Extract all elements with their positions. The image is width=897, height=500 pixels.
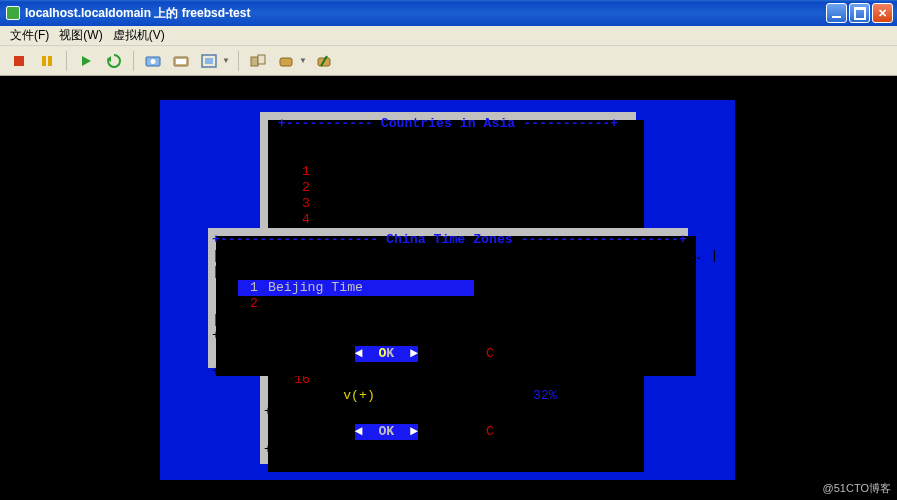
list-item-number: 3 [290, 196, 320, 212]
svg-marker-3 [82, 56, 91, 66]
snapshot-manager-button[interactable] [170, 50, 192, 72]
countries-bottom-divider: | +------v(+)--------------------32%---+… [264, 388, 632, 404]
vm-console[interactable]: +----------- Countries in Asia ---------… [0, 76, 897, 500]
list-item-label: Beijing Time [268, 280, 474, 296]
countries-top-divider: | +-------------------------------------… [264, 148, 632, 164]
svg-rect-2 [48, 56, 52, 66]
menu-file[interactable]: 文件(F) [6, 26, 53, 45]
unity-button[interactable] [247, 50, 269, 72]
timezone-top-divider: | +-------------------------------------… [212, 264, 684, 280]
list-item-number: 2 [290, 180, 320, 196]
timezone-title: China Time Zones [386, 232, 513, 247]
svg-rect-0 [14, 56, 24, 66]
window-titlebar: localhost.localdomain 上的 freebsd-test [0, 0, 897, 26]
svg-rect-1 [42, 56, 46, 66]
countries-scroll-percent: 32% [533, 388, 557, 403]
list-item-label: Xinjiang Time [268, 296, 474, 312]
countries-ok-button[interactable]: ◄ OK ► [355, 424, 418, 440]
svg-rect-8 [176, 59, 186, 64]
window-title: localhost.localdomain 上的 freebsd-test [25, 5, 250, 22]
fullscreen-dropdown-icon[interactable]: ▼ [222, 56, 230, 65]
menu-vm[interactable]: 虚拟机(V) [109, 26, 169, 45]
pause-button[interactable] [36, 50, 58, 72]
svg-rect-10 [205, 58, 213, 64]
timezone-bottom-divider: | +-------------------------------------… [212, 312, 684, 328]
svg-rect-12 [258, 55, 265, 64]
snapshot-button[interactable] [142, 50, 164, 72]
list-item-label: Armenia [320, 180, 526, 196]
list-item-label: Bahrain [320, 212, 526, 228]
list-item-number: 4 [290, 212, 320, 228]
menu-view[interactable]: 视图(W) [55, 26, 106, 45]
toolbar: ▼ ▼ [0, 46, 897, 76]
timezone-dialog: +-------------------- China Time Zones -… [208, 228, 688, 368]
stop-button[interactable] [8, 50, 30, 72]
reconnect-button[interactable] [313, 50, 335, 72]
timezone-prompt: | Select a zone which observes the same … [212, 248, 684, 264]
countries-title: Countries in Asia [381, 116, 516, 131]
timezone-cancel-button[interactable]: <Cancel> [478, 346, 541, 362]
list-item[interactable]: | |1Beijing Time | | [220, 280, 676, 296]
fullscreen-button[interactable] [198, 50, 220, 72]
maximize-button[interactable] [849, 3, 870, 23]
list-item-label: Afghanistan [320, 164, 526, 180]
list-item[interactable]: | |1Afghanistan | | [272, 164, 624, 180]
svg-rect-13 [280, 58, 292, 66]
countries-prompt: | Select a country or region | [264, 132, 632, 148]
svg-point-6 [151, 59, 156, 64]
devices-button[interactable] [275, 50, 297, 72]
countries-title-line: +----------- Countries in Asia ---------… [264, 116, 632, 132]
countries-cancel-button[interactable]: <Cancel> [478, 424, 541, 440]
list-item-number: 1 [238, 280, 268, 296]
svg-rect-11 [251, 57, 258, 66]
list-item-label: Azerbaijan [320, 196, 526, 212]
list-item[interactable]: | |4Bahrain | | [272, 212, 624, 228]
list-item-number: 2 [238, 296, 268, 312]
timezone-ok-button[interactable]: ◄ OK ► [355, 346, 418, 362]
timezone-button-row: ◄ OK ► <Cancel> [212, 346, 684, 362]
watermark: @51CTO博客 [823, 480, 891, 496]
play-button[interactable] [75, 50, 97, 72]
menubar: 文件(F) 视图(W) 虚拟机(V) [0, 26, 897, 46]
close-button[interactable] [872, 3, 893, 23]
countries-button-row: ◄ OK ► <Cancel> [264, 424, 632, 440]
minimize-button[interactable] [826, 3, 847, 23]
list-item-number: 1 [290, 164, 320, 180]
list-item[interactable]: | |2Armenia | | [272, 180, 624, 196]
app-icon [6, 6, 20, 20]
reset-button[interactable] [103, 50, 125, 72]
list-item[interactable]: | |2Xinjiang Time | | [220, 296, 676, 312]
devices-dropdown-icon[interactable]: ▼ [299, 56, 307, 65]
timezone-title-line: +-------------------- China Time Zones -… [212, 232, 684, 248]
list-item[interactable]: | |3Azerbaijan | | [272, 196, 624, 212]
